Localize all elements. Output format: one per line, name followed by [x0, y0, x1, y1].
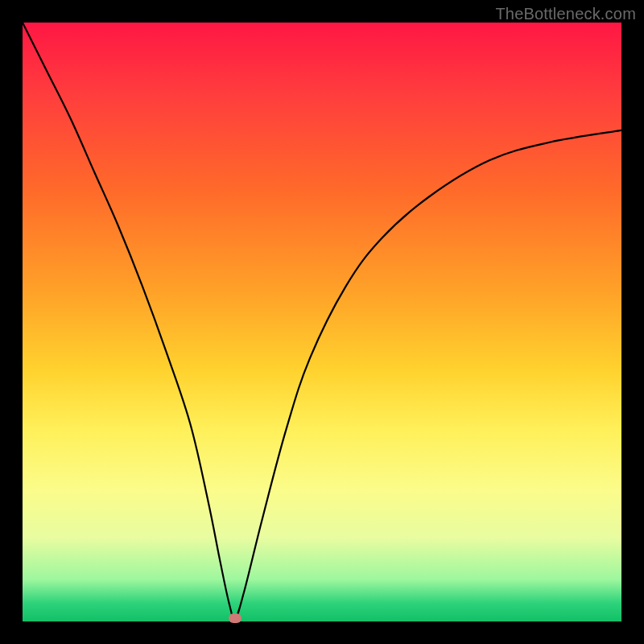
watermark-text: TheBottleneck.com	[495, 5, 636, 23]
chart-plot-area	[23, 23, 621, 621]
bottleneck-curve	[23, 23, 621, 621]
optimal-point-marker	[229, 613, 242, 623]
